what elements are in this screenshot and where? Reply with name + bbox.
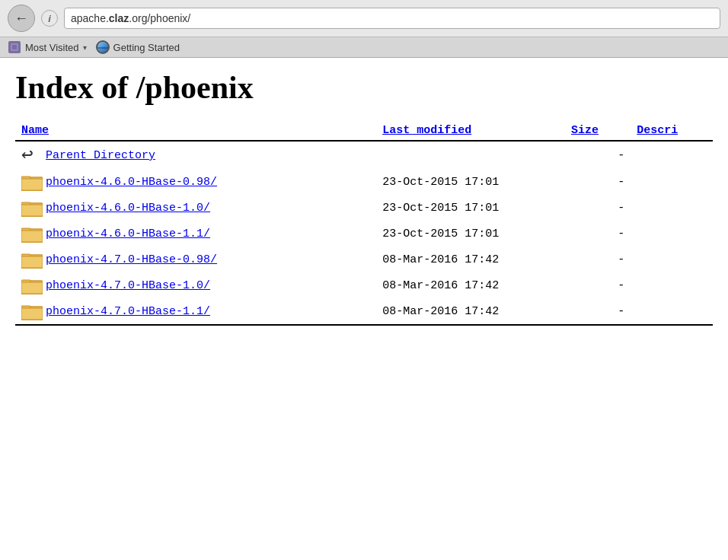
svg-rect-10 [21, 205, 43, 216]
cell-size: - [565, 247, 631, 272]
col-size-link[interactable]: Size [571, 124, 599, 137]
cell-description [631, 141, 713, 169]
cell-last-modified: 23-Oct-2015 17:01 [376, 169, 565, 195]
browser-chrome: ← i apache.claz.org/phoenix/ Most Visite… [0, 0, 728, 58]
page-content: Index of /phoenix Name Last modified Siz… [0, 58, 728, 337]
cell-last-modified: 08-Mar-2016 17:42 [376, 272, 565, 298]
cell-size: - [565, 195, 631, 221]
cell-size: - [565, 141, 631, 169]
folder-icon [21, 279, 46, 292]
parent-directory-link[interactable]: Parent Directory [46, 149, 155, 162]
svg-rect-18 [21, 256, 43, 268]
svg-rect-2 [12, 45, 17, 49]
table-row: ↩Parent Directory- [15, 141, 713, 169]
cell-description [631, 195, 713, 221]
directory-link[interactable]: phoenix-4.6.0-HBase-0.98/ [46, 176, 217, 189]
page-title: Index of /phoenix [15, 69, 713, 106]
info-button[interactable]: i [41, 10, 58, 27]
address-prefix: apache. [71, 12, 109, 24]
bookmark-most-visited[interactable]: Most Visited ▾ [8, 40, 87, 54]
col-desc-link[interactable]: Descri [637, 124, 678, 137]
cell-description [631, 247, 713, 272]
parent-directory-icon: ↩ [21, 145, 43, 165]
table-row: phoenix-4.6.0-HBase-0.98/23-Oct-2015 17:… [15, 169, 713, 195]
directory-link[interactable]: phoenix-4.6.0-HBase-1.1/ [46, 228, 210, 240]
svg-rect-14 [21, 231, 43, 242]
folder-icon [21, 305, 46, 318]
directory-link[interactable]: phoenix-4.7.0-HBase-1.0/ [46, 279, 210, 292]
cell-size: - [565, 221, 631, 247]
directory-link[interactable]: phoenix-4.7.0-HBase-0.98/ [46, 253, 217, 266]
folder-icon [21, 228, 46, 240]
directory-link[interactable]: phoenix-4.6.0-HBase-1.0/ [46, 202, 210, 215]
back-button[interactable]: ← [8, 5, 35, 32]
folder-icon [21, 202, 46, 215]
cell-description [631, 272, 713, 298]
directory-link[interactable]: phoenix-4.7.0-HBase-1.1/ [46, 305, 210, 318]
col-header-desc: Descri [631, 121, 713, 141]
col-name-link[interactable]: Name [21, 124, 49, 137]
cell-size: - [565, 272, 631, 298]
bookmark-getting-started[interactable]: Getting Started [96, 40, 180, 54]
getting-started-label: Getting Started [113, 42, 180, 53]
address-bar[interactable]: apache.claz.org/phoenix/ [64, 8, 720, 29]
bookmarks-bar: Most Visited ▾ Getting Started [0, 37, 728, 57]
directory-table: Name Last modified Size Descri ↩Parent D… [15, 121, 713, 326]
col-header-size: Size [565, 121, 631, 141]
col-modified-link[interactable]: Last modified [382, 124, 471, 137]
address-bold: claz [109, 12, 129, 24]
cell-last-modified: 23-Oct-2015 17:01 [376, 221, 565, 247]
table-row: phoenix-4.7.0-HBase-0.98/08-Mar-2016 17:… [15, 247, 713, 272]
globe-icon [96, 40, 110, 54]
svg-rect-26 [21, 308, 43, 320]
table-header-row: Name Last modified Size Descri [15, 121, 713, 141]
cell-last-modified: 08-Mar-2016 17:42 [376, 247, 565, 272]
col-header-name: Name [15, 121, 376, 141]
folder-icon [21, 176, 46, 189]
svg-rect-6 [21, 179, 43, 190]
cell-size: - [565, 169, 631, 195]
most-visited-dropdown[interactable]: ▾ [83, 43, 87, 52]
table-row: phoenix-4.7.0-HBase-1.1/08-Mar-2016 17:4… [15, 298, 713, 325]
cell-last-modified [376, 141, 565, 169]
cell-description [631, 221, 713, 247]
table-row: phoenix-4.6.0-HBase-1.0/23-Oct-2015 17:0… [15, 195, 713, 221]
table-row: phoenix-4.6.0-HBase-1.1/23-Oct-2015 17:0… [15, 221, 713, 247]
folder-icon [21, 253, 46, 266]
browser-toolbar: ← i apache.claz.org/phoenix/ [0, 0, 728, 37]
most-visited-label: Most Visited [25, 42, 79, 53]
address-suffix: .org/phoenix/ [129, 12, 190, 24]
cell-size: - [565, 298, 631, 325]
cell-last-modified: 23-Oct-2015 17:01 [376, 195, 565, 221]
cell-last-modified: 08-Mar-2016 17:42 [376, 298, 565, 325]
cell-description [631, 298, 713, 325]
table-row: phoenix-4.7.0-HBase-1.0/08-Mar-2016 17:4… [15, 272, 713, 298]
gear-icon [8, 40, 21, 54]
svg-rect-22 [21, 282, 43, 294]
cell-description [631, 169, 713, 195]
col-header-modified: Last modified [376, 121, 565, 141]
